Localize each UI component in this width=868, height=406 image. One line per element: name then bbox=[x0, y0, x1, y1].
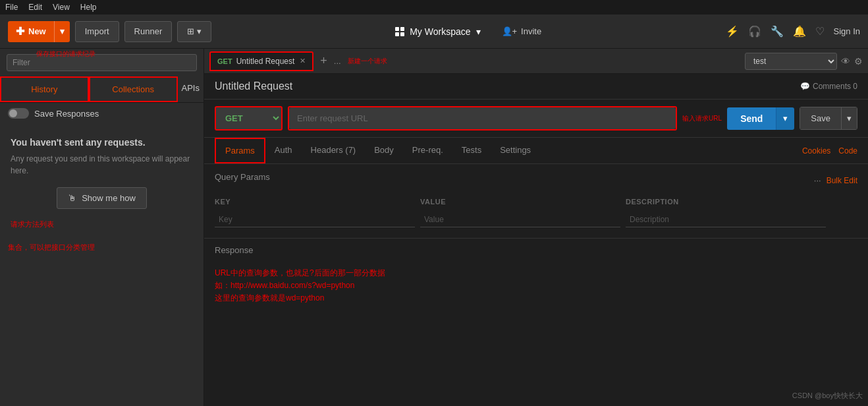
tab-method-badge: GET bbox=[217, 57, 232, 65]
menu-view[interactable]: View bbox=[53, 3, 70, 12]
response-section: Response bbox=[204, 238, 868, 262]
sidebar-tab-collections[interactable]: Collections bbox=[89, 76, 178, 102]
collections-annotation: 集合，可以把接口分类管理 bbox=[0, 243, 203, 255]
request-title: Untitled Request bbox=[215, 80, 292, 92]
new-button[interactable]: ✚ New ▾ bbox=[8, 21, 70, 42]
bottom-annotation: URL中的查询参数，也就足?后面的那一部分数据 如：http://www.bai… bbox=[204, 262, 868, 310]
toolbar: ✚ New ▾ Import Runner ⊞ ▾ My Workspace ▾… bbox=[0, 14, 868, 49]
action-column-header bbox=[831, 198, 857, 206]
req-tab-settings[interactable]: Settings bbox=[491, 138, 540, 163]
workspace-selector[interactable]: My Workspace ▾ bbox=[395, 26, 480, 37]
toolbar-right: ⚡ 🎧 🔧 🔔 ♡ Sign In bbox=[726, 25, 860, 38]
show-me-how-label: Show me how bbox=[82, 193, 136, 203]
annotation-line3: 这里的查询参数就是wd=python bbox=[215, 292, 857, 304]
query-params-title: Query Params bbox=[215, 172, 270, 182]
method-select[interactable]: GET POST PUT DELETE PATCH HEAD OPTIONS bbox=[215, 106, 283, 130]
params-area: Query Params ··· Bulk Edit KEY VALUE DES… bbox=[204, 164, 868, 238]
tab-request-name: Untitled Request bbox=[236, 57, 295, 66]
req-tab-headers[interactable]: Headers (7) bbox=[302, 138, 366, 163]
request-tab[interactable]: GET Untitled Request ✕ bbox=[209, 51, 313, 71]
save-responses-row: Save Responses bbox=[0, 103, 203, 124]
menu-help[interactable]: Help bbox=[80, 3, 97, 12]
code-link[interactable]: Code bbox=[838, 146, 857, 156]
main-layout: 保存接口的请求纪录 History Collections APIs Save … bbox=[0, 49, 868, 406]
req-tab-tests[interactable]: Tests bbox=[452, 138, 491, 163]
request-area: GET Untitled Request ✕ + ... 新建一个请求 test… bbox=[204, 49, 868, 406]
env-eye-icon[interactable]: 👁 bbox=[841, 56, 850, 67]
req-tab-right: Cookies Code bbox=[802, 146, 857, 156]
menu-file[interactable]: File bbox=[5, 3, 18, 12]
param-value-input[interactable] bbox=[420, 212, 620, 227]
wrench-icon[interactable]: 🔧 bbox=[771, 25, 784, 38]
save-button[interactable]: Save bbox=[800, 107, 841, 129]
params-more-button[interactable]: ··· bbox=[814, 175, 821, 185]
annotation-line1: URL中的查询参数，也就足?后面的那一部分数据 bbox=[215, 267, 857, 279]
new-button-label: New bbox=[28, 26, 46, 36]
sidebar-tab-history[interactable]: History bbox=[0, 76, 89, 102]
desc-column-header: DESCRIPTION bbox=[626, 198, 826, 206]
workspace-grid-icon bbox=[395, 27, 404, 36]
tab-add-button[interactable]: + bbox=[316, 54, 331, 68]
import-button[interactable]: Import bbox=[75, 21, 119, 42]
env-select[interactable]: test No Environment production staging bbox=[745, 53, 837, 70]
layout-button[interactable]: ⊞ ▾ bbox=[177, 21, 211, 42]
invite-button[interactable]: 👤+ Invite bbox=[502, 26, 542, 36]
tab-bar: GET Untitled Request ✕ + ... 新建一个请求 test… bbox=[204, 49, 868, 74]
save-responses-label: Save Responses bbox=[34, 109, 99, 119]
watermark: CSDN @boy快快长大 bbox=[792, 391, 863, 401]
param-row-action bbox=[831, 212, 857, 227]
env-gear-icon[interactable]: ⚙ bbox=[854, 56, 863, 67]
value-column-header: VALUE bbox=[420, 198, 620, 206]
url-input[interactable] bbox=[289, 107, 676, 129]
url-annotation: 输入请求URL bbox=[682, 114, 722, 123]
request-title-bar: Untitled Request 💬 Comments 0 bbox=[204, 74, 868, 100]
workspace-dropdown-icon: ▾ bbox=[476, 26, 481, 37]
invite-label: Invite bbox=[521, 26, 541, 36]
send-button[interactable]: Send bbox=[727, 107, 776, 130]
comments-link[interactable]: 💬 Comments 0 bbox=[800, 82, 857, 91]
key-column-header: KEY bbox=[215, 198, 415, 206]
response-title: Response bbox=[215, 245, 254, 255]
sign-in-button[interactable]: Sign In bbox=[834, 26, 860, 36]
sidebar: 保存接口的请求纪录 History Collections APIs Save … bbox=[0, 49, 204, 406]
bell-icon[interactable]: 🔔 bbox=[793, 25, 806, 38]
req-tab-prereq[interactable]: Pre-req. bbox=[403, 138, 452, 163]
tab-close-icon[interactable]: ✕ bbox=[300, 57, 306, 65]
menu-bar: File Edit View Help bbox=[0, 0, 868, 14]
invite-person-icon: 👤+ bbox=[502, 26, 518, 36]
save-responses-toggle[interactable] bbox=[8, 108, 29, 119]
send-button-group: Send ▾ bbox=[727, 107, 794, 130]
req-tab-params[interactable]: Params bbox=[215, 138, 265, 163]
request-tabs: Params Auth Headers (7) Body Pre-req. Te… bbox=[204, 138, 868, 164]
sidebar-tab-apis[interactable]: APIs bbox=[178, 76, 203, 102]
sidebar-empty-state: You haven't sent any requests. Any reque… bbox=[0, 124, 203, 243]
req-tab-body[interactable]: Body bbox=[365, 138, 403, 163]
toggle-knob bbox=[9, 109, 17, 117]
headset-icon[interactable]: 🎧 bbox=[748, 25, 761, 38]
new-req-annotation: 新建一个请求 bbox=[348, 57, 387, 66]
heart-icon[interactable]: ♡ bbox=[815, 25, 825, 38]
filter-input[interactable] bbox=[7, 54, 197, 71]
comments-label: Comments 0 bbox=[813, 82, 857, 91]
params-row bbox=[215, 210, 857, 230]
bulk-edit-link[interactable]: Bulk Edit bbox=[827, 176, 857, 185]
methods-annotation: 请求方法列表 bbox=[11, 219, 193, 229]
req-tab-auth[interactable]: Auth bbox=[265, 138, 302, 163]
save-dropdown-button[interactable]: ▾ bbox=[841, 107, 857, 129]
menu-edit[interactable]: Edit bbox=[28, 3, 42, 12]
comment-icon: 💬 bbox=[800, 82, 810, 91]
workspace-label: My Workspace bbox=[410, 26, 470, 37]
lightning-icon[interactable]: ⚡ bbox=[726, 25, 739, 38]
tab-more-button[interactable]: ... bbox=[334, 56, 341, 66]
param-desc-input[interactable] bbox=[626, 212, 826, 227]
send-dropdown-button[interactable]: ▾ bbox=[776, 107, 794, 130]
url-input-wrapper bbox=[288, 106, 677, 130]
cookies-link[interactable]: Cookies bbox=[802, 146, 830, 156]
show-me-how-button[interactable]: 🖱 Show me how bbox=[57, 187, 147, 209]
workspace-center: My Workspace ▾ 👤+ Invite bbox=[217, 26, 720, 37]
new-button-arrow[interactable]: ▾ bbox=[54, 21, 70, 42]
annotation-line2: 如：http://www.baidu.com/s?wd=python bbox=[215, 279, 857, 292]
empty-body: Any request you send in this workspace w… bbox=[11, 153, 193, 177]
param-key-input[interactable] bbox=[215, 212, 415, 227]
runner-button[interactable]: Runner bbox=[124, 21, 173, 42]
